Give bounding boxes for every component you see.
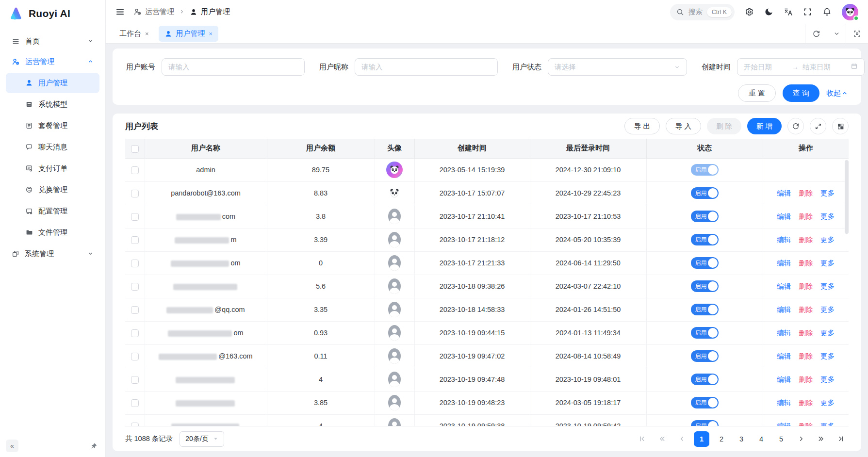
more-link[interactable]: 更多 [820,235,835,245]
more-link[interactable]: 更多 [820,422,835,426]
page-button-5[interactable]: 5 [773,431,789,447]
fullscreen-icon[interactable] [803,7,812,16]
row-checkbox[interactable] [131,260,139,267]
status-toggle[interactable]: 启用 [691,350,719,362]
row-checkbox[interactable] [131,423,139,426]
status-toggle[interactable]: 启用 [691,420,719,426]
edit-link[interactable]: 编辑 [777,189,791,198]
tab-options-chevron-icon[interactable] [827,24,846,43]
filter-select-2[interactable]: 请选择 [548,58,687,76]
delete-link[interactable]: 删除 [799,259,813,268]
page-button-3[interactable]: 3 [734,431,749,447]
page-size-select[interactable]: 20条/页 [180,431,224,447]
edit-link[interactable]: 编辑 [777,305,791,314]
sidebar-item-1-5[interactable]: 兑换管理 [6,180,99,200]
breadcrumb-item-0[interactable]: 运营管理 [133,7,174,16]
pin-icon[interactable] [90,442,98,450]
row-checkbox[interactable] [131,283,139,291]
tab-close-icon[interactable]: × [209,30,213,37]
status-toggle[interactable]: 启用 [691,397,719,408]
sidebar-group-2[interactable]: 系统管理 [6,244,99,264]
more-link[interactable]: 更多 [820,328,835,338]
status-toggle[interactable]: 启用 [691,327,719,339]
logo-row[interactable]: Ruoyi AI [0,0,105,27]
sidebar-item-1-7[interactable]: 文件管理 [6,222,99,243]
table-scrollbar[interactable] [845,160,849,234]
tab-1[interactable]: 用户管理 × [159,26,219,42]
status-toggle[interactable]: 启用 [691,187,719,199]
sidebar-item-1-3[interactable]: 聊天消息 [6,137,99,157]
row-checkbox[interactable] [131,376,139,384]
jump-prev-button[interactable] [654,431,670,447]
row-checkbox[interactable] [131,166,139,174]
delete-link[interactable]: 删除 [799,352,813,361]
edit-link[interactable]: 编辑 [777,375,791,384]
sidebar-item-1-2[interactable]: 套餐管理 [6,115,99,136]
status-toggle[interactable]: 启用 [691,211,719,222]
sidebar-collapse-button[interactable]: « [6,440,18,452]
column-header-2[interactable]: 头像 [375,139,414,158]
row-checkbox[interactable] [131,329,139,337]
status-toggle[interactable]: 启用 [691,257,719,269]
column-header-5[interactable]: 状态 [646,139,763,158]
search-button[interactable]: 查 询 [783,84,819,102]
edit-link[interactable]: 编辑 [777,352,791,361]
delete-link[interactable]: 删除 [799,422,813,426]
edit-link[interactable]: 编辑 [777,398,791,408]
row-checkbox[interactable] [131,190,139,197]
row-checkbox[interactable] [131,213,139,221]
sidebar-item-1-4[interactable]: 支付订单 [6,158,99,179]
status-toggle[interactable]: 启用 [691,234,719,245]
delete-button[interactable]: 删 除 [707,118,741,134]
row-checkbox[interactable] [131,399,139,407]
sidebar-item-1-6[interactable]: 配置管理 [6,201,99,221]
sidebar-item-1-1[interactable]: 系统模型 [6,94,99,114]
filter-daterange-3[interactable]: 开始日期 → 结束日期 [737,58,865,76]
delete-link[interactable]: 删除 [799,375,813,384]
filter-input-1[interactable] [355,58,498,76]
more-link[interactable]: 更多 [820,212,835,221]
column-settings-grid-icon[interactable] [832,118,849,134]
delete-link[interactable]: 删除 [799,212,813,221]
column-header-3[interactable]: 创建时间 [414,139,530,158]
more-link[interactable]: 更多 [820,375,835,384]
tab-close-icon[interactable]: × [145,30,149,37]
more-link[interactable]: 更多 [820,282,835,291]
edit-link[interactable]: 编辑 [777,282,791,291]
status-toggle[interactable]: 启用 [691,304,719,315]
page-button-2[interactable]: 2 [714,431,729,447]
tab-0[interactable]: 工作台 × [114,26,155,42]
collapse-filters-link[interactable]: 收起 [826,89,848,98]
refresh-table-icon[interactable] [787,118,804,134]
jump-next-button[interactable] [813,431,829,447]
more-link[interactable]: 更多 [820,398,835,408]
status-toggle[interactable]: 启用 [691,374,719,385]
settings-gear-icon[interactable] [745,7,754,16]
delete-link[interactable]: 删除 [799,398,813,408]
add-button[interactable]: 新 增 [747,118,782,134]
edit-link[interactable]: 编辑 [777,422,791,426]
more-link[interactable]: 更多 [820,352,835,361]
export-button[interactable]: 导 出 [624,118,660,134]
edit-link[interactable]: 编辑 [777,259,791,268]
edit-link[interactable]: 编辑 [777,235,791,245]
more-link[interactable]: 更多 [820,189,835,198]
global-search[interactable]: 搜索 Ctrl K [670,4,735,20]
column-header-4[interactable]: 最后登录时间 [530,139,646,158]
translate-language-icon[interactable] [784,7,793,16]
edit-link[interactable]: 编辑 [777,212,791,221]
delete-link[interactable]: 删除 [799,282,813,291]
hamburger-menu-icon[interactable] [115,7,125,16]
refresh-page-icon[interactable] [805,24,827,43]
prev-page-button[interactable] [674,431,689,447]
delete-link[interactable]: 删除 [799,235,813,245]
row-checkbox[interactable] [131,236,139,244]
sidebar-group-1[interactable]: 运营管理 [6,51,99,72]
delete-link[interactable]: 删除 [799,328,813,338]
content-fullscreen-icon[interactable] [846,24,868,43]
dark-mode-moon-icon[interactable] [764,7,773,16]
edit-link[interactable]: 编辑 [777,328,791,338]
status-toggle[interactable]: 启用 [691,280,719,292]
delete-link[interactable]: 删除 [799,305,813,314]
more-link[interactable]: 更多 [820,259,835,268]
